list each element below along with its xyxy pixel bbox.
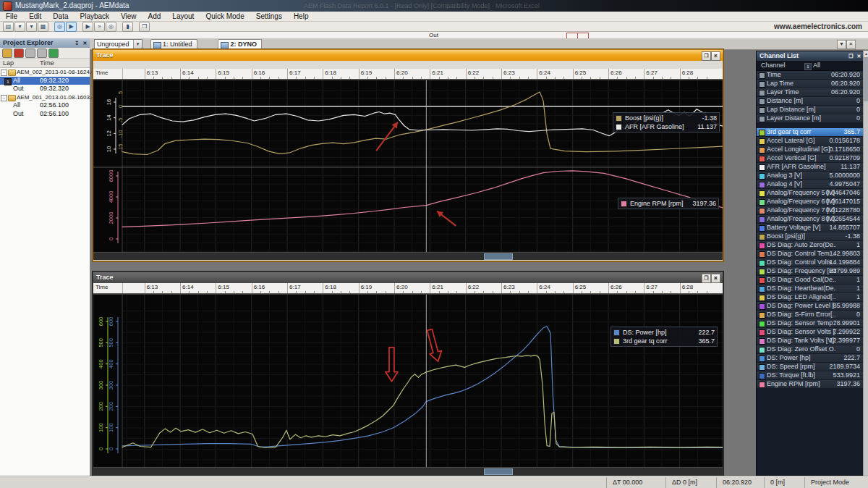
channel-row[interactable]: Analog 4 [V]4.9975047 [757,180,864,188]
restore-icon[interactable]: ❒ [848,53,854,59]
save-icon[interactable]: ▦ [38,22,48,32]
channel-row[interactable]: Analog/Frequency 6 [V]0.06147015 [757,198,864,206]
channel-row[interactable]: DS Diag: Good Cal(De...1 [757,276,864,284]
channel-row[interactable]: DS Diag: Auto Zero(De...1 [757,241,864,249]
tab-2--dyno[interactable]: 2: DYNO [218,39,262,49]
channel-row[interactable]: DS Diag: Sensor Temp...78.99901 [757,319,864,327]
channel-row[interactable]: AFR [AFR Gasoline]11.137 [757,163,864,171]
restore-icon[interactable]: ❒ [702,274,711,283]
open-folder-icon[interactable] [2,49,12,58]
play-icon[interactable]: ▶ [82,22,93,32]
channel-row[interactable]: 3rd gear tq corr365.7 [757,128,864,136]
trace-window-title-bar[interactable]: Trace ❒ ✕ [93,272,723,283]
column-channel[interactable]: Channel [761,61,786,70]
website-link[interactable]: www.aemelectronics.com [774,22,862,31]
tree-file-row[interactable]: –AEM_001_2013-01-08-1603.daq [0,93,90,102]
tree-lap-row-all[interactable]: All02:56.100 [0,101,90,110]
scrollbar-thumb[interactable] [484,253,513,260]
legend-boost-afr[interactable]: Boost [psi(g)]-1.38AFR [AFR Gasoline]11.… [613,112,720,132]
channel-row[interactable]: Analog/Frequency 7 [V]0.01228780 [757,206,864,214]
trace-chart-top[interactable]: 1614121050-5-10-156000400020000 Boost [p… [93,80,723,253]
channel-row[interactable]: Engine RPM [rpm]3197.36 [757,380,864,388]
channel-row[interactable]: Analog/Frequency 5 [V]0.04647046 [757,189,864,197]
column-all[interactable]: All [813,61,820,70]
trace-window-title-bar[interactable]: Trace ❒ ✕ [93,50,723,61]
horizontal-scrollbar[interactable] [93,467,723,475]
zero-span-toggle-icon[interactable]: ◎ [54,22,65,32]
open-project-dropdown-icon[interactable]: ▾ [14,22,25,32]
channel-row[interactable]: Layer Distance [m]0 [757,114,864,122]
column-time[interactable]: Time [40,59,54,67]
close-icon[interactable]: ✕ [711,274,720,283]
channel-row[interactable]: DS Diag: Zero Offset O...0 [757,345,864,353]
channel-row[interactable]: DS Diag: Control Tem...142.99803 [757,250,864,258]
channel-row[interactable]: Lap Distance [m]0 [757,106,864,114]
menu-settings[interactable]: Settings [250,12,288,21]
bookmark-dropdown-icon[interactable]: ▮ [122,22,133,32]
new-project-icon[interactable]: ▤ [3,22,14,32]
menu-view[interactable]: View [115,12,142,21]
trace-chart-bottom[interactable]: 60050040030020010006005004003002001000 D… [93,294,723,468]
scrollbar-thumb[interactable] [484,468,513,475]
time-axis[interactable]: Time 6:136:146:156:166:176:186:196:206:2… [93,283,723,294]
tree-lap-row-out[interactable]: Out02:56.100 [0,110,90,119]
vertical-scrollbar[interactable]: ▲ [863,51,868,476]
collapse-icon[interactable]: – [1,70,7,76]
pin-icon[interactable]: ↧ [74,40,80,46]
tree-file-row[interactable]: –AEM_002_2013-01-08-1624.daq [0,68,90,77]
channel-row[interactable]: Accel Vertical [G]0.9218709 [757,154,864,162]
collapse-icon[interactable]: – [1,95,7,101]
close-icon[interactable]: ✕ [711,51,720,61]
import-data-dropdown-icon[interactable]: ▾ [26,22,37,32]
tree-lap-row-all[interactable]: 1All09:32.320 [0,77,90,85]
remove-icon[interactable] [14,49,24,58]
channel-row[interactable]: Battery Voltage [V]14.855707 [757,224,864,232]
menu-playback[interactable]: Playback [74,12,115,21]
tab-1--untitled[interactable]: 1: Untitled [150,39,197,49]
channel-row[interactable]: Analog 3 [V]5.0000000 [757,172,864,180]
file-info-icon[interactable] [37,49,47,58]
restore-icon[interactable]: ❒ [702,51,711,61]
channel-row[interactable]: DS Diag: Sensor Volts [...7.299922 [757,328,864,336]
channel-row[interactable]: DS Diag: S-Firm Error[...0 [757,311,864,319]
fast-forward-icon[interactable]: » [94,22,105,32]
horizontal-scrollbar[interactable] [93,252,723,260]
channel-row[interactable]: DS Diag: Frequency [Hz]23799.989 [757,267,864,275]
channel-row[interactable]: Layer Time06:20.920 [757,88,864,96]
channel-row[interactable]: Accel Lateral [G]0.0156178 [757,137,864,145]
channel-row[interactable]: DS: Torque [ft.lb]533.9921 [757,371,864,379]
channel-row[interactable]: DS Diag: Tank Volts [V]12.399977 [757,337,864,345]
legend-engine-rpm[interactable]: Engine RPM [rpm]3197.36 [618,198,719,209]
export-file-icon[interactable] [25,49,35,58]
legend-power-torque[interactable]: DS: Power [hp]222.73rd gear tq corr365.7 [610,327,718,347]
loop-icon[interactable]: ◎ [106,22,116,32]
window-layout-icon[interactable]: ❒ [139,22,150,32]
channel-row[interactable]: DS: Power [hp]222.7 [757,354,864,362]
tab-close-icon[interactable]: ✕ [846,40,856,49]
scrollbar-thumb[interactable] [864,58,868,101]
channel-row[interactable]: DS Diag: Heartbeat(De...1 [757,285,864,293]
column-lap[interactable]: Lap [3,59,14,67]
group-selector-dropdown[interactable]: Ungrouped ▼ [94,39,142,49]
menu-layout[interactable]: Layout [166,12,200,21]
report-icon[interactable] [48,49,59,58]
scroll-up-icon[interactable]: ▲ [864,51,868,58]
menu-help[interactable]: Help [288,12,315,21]
tab-scroll-dropdown-icon[interactable]: ▼ [837,40,846,49]
channel-row[interactable]: Time06:20.920 [757,71,864,79]
tree-lap-row-out[interactable]: Out09:32.320 [0,85,90,93]
channel-row[interactable]: Lap Time06:20.920 [757,80,864,88]
channel-row[interactable]: DS Diag: Control Volts...14.199884 [757,258,864,266]
channel-row[interactable]: DS Diag: LED Aligned[...1 [757,293,864,301]
channel-row[interactable]: Analog/Frequency 8 [V]0.02654544 [757,215,864,223]
close-icon[interactable]: ✕ [856,53,862,59]
channel-row[interactable]: DS: Speed [rpm]2189.9734 [757,363,864,371]
menu-data[interactable]: Data [47,12,74,21]
menu-quick-mode[interactable]: Quick Mode [200,12,250,21]
channel-row[interactable]: Accel Longitudinal [G]0.1718650 [757,146,864,153]
menu-edit[interactable]: Edit [23,12,47,21]
channel-row[interactable]: DS Diag: Power Level [...85.99988 [757,302,864,310]
time-axis[interactable]: Time 6:136:146:156:166:176:186:196:206:2… [93,69,723,80]
menu-add[interactable]: Add [142,12,167,21]
channel-row[interactable]: Boost [psi(g)]-1.38 [757,232,864,240]
